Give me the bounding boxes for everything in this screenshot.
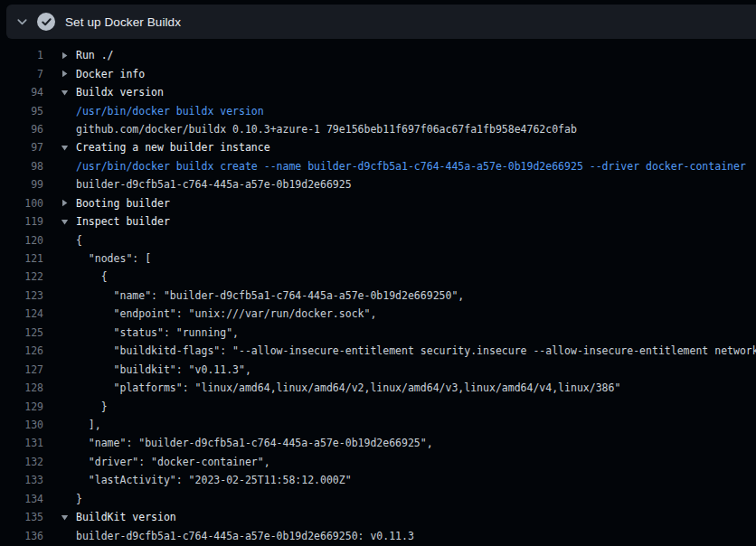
output-text: builder-d9cfb5a1-c764-445a-a57e-0b19d2e6… <box>76 178 756 191</box>
group-collapsed-arrow-icon[interactable] <box>61 199 69 207</box>
line-number[interactable]: 122 <box>0 270 43 283</box>
gutter <box>43 249 76 268</box>
output-text: } <box>76 400 756 413</box>
line-number[interactable]: 125 <box>0 326 43 339</box>
log-row: 127 "buildkit": "v0.11.3", <box>0 360 756 378</box>
output-text: { <box>76 234 756 247</box>
step-header[interactable]: Set up Docker Buildx <box>6 5 756 39</box>
gutter <box>43 83 76 101</box>
gutter <box>43 305 76 323</box>
log-row: 132 "driver": "docker-container", <box>0 453 756 471</box>
line-number[interactable]: 95 <box>0 105 43 118</box>
line-number[interactable]: 131 <box>0 437 43 449</box>
line-number[interactable]: 128 <box>0 381 43 394</box>
line-number[interactable]: 96 <box>0 123 43 136</box>
group-expanded-arrow-icon[interactable] <box>61 89 69 97</box>
log-group-row[interactable]: 119Inspect builder <box>0 212 756 231</box>
line-number[interactable]: 97 <box>0 141 43 154</box>
log-row: 130 ], <box>0 416 756 434</box>
group-title[interactable]: Buildx version <box>76 86 756 99</box>
log-row: 123 "name": "builder-d9cfb5a1-c764-445a-… <box>0 287 756 305</box>
log-row: 131 "name": "builder-d9cfb5a1-c764-445a-… <box>0 434 756 452</box>
output-text: { <box>76 270 756 283</box>
output-text: "platforms": "linux/amd64,linux/amd64/v2… <box>76 381 756 394</box>
group-title[interactable]: Run ./ <box>76 49 756 61</box>
group-title[interactable]: Booting builder <box>76 197 756 210</box>
line-number[interactable]: 136 <box>0 530 43 542</box>
output-text: "endpoint": "unix:///var/run/docker.sock… <box>76 307 756 320</box>
check-circle-icon <box>37 13 55 31</box>
line-number[interactable]: 133 <box>0 474 43 486</box>
group-title[interactable]: Creating a new builder instance <box>76 141 756 154</box>
log-row: 98/usr/bin/docker buildx create --name b… <box>0 157 756 175</box>
log-row: 125 "status": "running", <box>0 324 756 342</box>
line-number[interactable]: 120 <box>0 234 43 247</box>
output-text: "buildkit": "v0.11.3", <box>76 363 756 376</box>
output-text: "name": "builder-d9cfb5a1-c764-445a-a57e… <box>76 437 756 449</box>
line-number[interactable]: 98 <box>0 160 43 173</box>
group-expanded-arrow-icon[interactable] <box>61 513 69 522</box>
group-expanded-arrow-icon[interactable] <box>61 144 69 152</box>
gutter <box>43 231 76 249</box>
gutter <box>43 194 76 212</box>
gutter <box>43 434 76 452</box>
line-number[interactable]: 126 <box>0 344 43 357</box>
log-row: 136builder-d9cfb5a1-c764-445a-a57e-0b19d… <box>0 526 756 544</box>
gutter <box>43 342 76 360</box>
line-number[interactable]: 100 <box>0 197 43 210</box>
log-group-row[interactable]: 1Run ./ <box>0 46 756 64</box>
gutter <box>43 287 76 305</box>
line-number[interactable]: 124 <box>0 307 43 320</box>
log-row: 129 } <box>0 397 756 415</box>
line-number[interactable]: 130 <box>0 419 43 431</box>
output-text: "driver": "docker-container", <box>76 456 756 468</box>
gutter <box>43 46 76 64</box>
output-text: "buildkitd-flags": "--allow-insecure-ent… <box>76 344 756 357</box>
line-number[interactable]: 94 <box>0 86 43 99</box>
gutter <box>43 324 76 342</box>
chevron-down-icon[interactable] <box>15 15 29 29</box>
gutter <box>43 157 76 175</box>
gutter <box>43 360 76 378</box>
log-row: 122 { <box>0 268 756 286</box>
line-number[interactable]: 7 <box>0 68 43 80</box>
gutter <box>43 397 76 415</box>
gutter <box>43 101 76 119</box>
line-number[interactable]: 129 <box>0 400 43 413</box>
gutter <box>43 138 76 156</box>
log-panel: 1Run ./7Docker info94Buildx version95/us… <box>0 39 756 546</box>
log-group-row[interactable]: 7Docker info <box>0 64 756 82</box>
log-row: 134} <box>0 490 756 508</box>
line-number[interactable]: 134 <box>0 493 43 505</box>
gutter <box>43 490 76 508</box>
output-text: "name": "builder-d9cfb5a1-c764-445a-a57e… <box>76 289 756 302</box>
line-number[interactable]: 123 <box>0 289 43 302</box>
gutter <box>43 526 76 544</box>
line-number[interactable]: 127 <box>0 363 43 376</box>
gutter <box>43 471 76 489</box>
group-collapsed-arrow-icon[interactable] <box>61 70 69 78</box>
line-number[interactable]: 119 <box>0 215 43 228</box>
line-number[interactable]: 1 <box>0 49 43 61</box>
group-expanded-arrow-icon[interactable] <box>61 218 69 226</box>
log-row: 120{ <box>0 231 756 249</box>
command-text: /usr/bin/docker buildx create --name bui… <box>76 160 756 173</box>
line-number[interactable]: 99 <box>0 178 43 191</box>
line-number[interactable]: 132 <box>0 456 43 468</box>
group-title[interactable]: Inspect builder <box>76 215 756 228</box>
log-lines: 1Run ./7Docker info94Buildx version95/us… <box>0 46 756 545</box>
log-group-row[interactable]: 100Booting builder <box>0 194 756 212</box>
line-number[interactable]: 121 <box>0 252 43 265</box>
output-text: github.com/docker/buildx 0.10.3+azure-1 … <box>76 123 756 136</box>
log-group-row[interactable]: 97Creating a new builder instance <box>0 138 756 156</box>
group-title[interactable]: BuildKit version <box>76 511 756 523</box>
gutter <box>43 453 76 471</box>
log-group-row[interactable]: 94Buildx version <box>0 83 756 101</box>
command-text: /usr/bin/docker buildx version <box>76 105 756 118</box>
line-number[interactable]: 135 <box>0 511 43 523</box>
group-title[interactable]: Docker info <box>76 68 756 80</box>
log-row: 95/usr/bin/docker buildx version <box>0 101 756 119</box>
log-group-row[interactable]: 135BuildKit version <box>0 508 756 526</box>
group-collapsed-arrow-icon[interactable] <box>61 52 69 60</box>
output-text: "lastActivity": "2023-02-25T11:58:12.000… <box>76 474 756 486</box>
